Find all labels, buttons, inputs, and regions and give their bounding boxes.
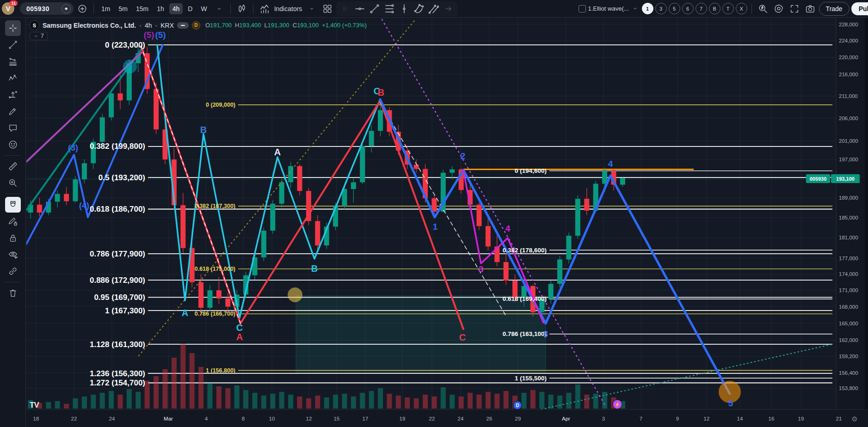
wave-tool-label[interactable]: 1.Elliot wave(... — [588, 5, 628, 12]
text-note-tool-button[interactable] — [5, 120, 21, 136]
pitchfork-tool-button[interactable] — [412, 2, 426, 16]
timeframe-d[interactable]: D — [185, 3, 196, 14]
chart-canvas[interactable]: 0 (223,000)0.382 (199,800)0.5 (193,200)0… — [26, 18, 868, 427]
drawing-mode-lock-button[interactable] — [5, 214, 21, 229]
parallel-channel-tool-button[interactable] — [427, 2, 441, 16]
fullscreen-button[interactable] — [788, 2, 801, 16]
wave-button-t[interactable]: T — [722, 3, 734, 14]
svg-text:(4): (4) — [79, 201, 89, 210]
publish-button[interactable]: Publ — [851, 2, 868, 15]
show-more-tools-button[interactable] — [442, 2, 456, 16]
svg-text:1.236 (156,300): 1.236 (156,300) — [90, 369, 145, 378]
timeframe-15m[interactable]: 15m — [133, 3, 152, 14]
svg-text:3: 3 — [602, 416, 605, 421]
chart-type-button[interactable] — [235, 2, 249, 16]
chart-legend[interactable]: S Samsung Electronics Co., Ltd. · 4h · K… — [30, 20, 367, 30]
timeframe-menu-button[interactable] — [212, 2, 226, 16]
chevron-down-icon — [632, 5, 639, 12]
quick-search-button[interactable] — [756, 2, 770, 16]
svg-text:B: B — [200, 125, 207, 135]
wave-button-1[interactable]: 1 — [642, 3, 653, 14]
timeframe-w[interactable]: W — [197, 3, 210, 14]
timeframe-1m[interactable]: 1m — [98, 3, 113, 14]
drag-handle[interactable] — [338, 2, 352, 16]
gear-icon — [774, 4, 784, 14]
top-toolbar: V 11 005930 ◆ 1m 5m 15m 1h 4h D W Indica… — [0, 0, 868, 18]
horizontal-line-tool-button[interactable] — [353, 2, 367, 16]
symbol-search[interactable]: 005930 ◆ — [20, 2, 74, 15]
svg-text:(5): (5) — [143, 30, 154, 40]
time-axis[interactable]: 182224Mar48101215171922242629Apr37912141… — [26, 409, 868, 427]
svg-text:9: 9 — [676, 416, 679, 421]
svg-text:1: 1 — [433, 222, 438, 232]
wave-button-7[interactable]: 7 — [696, 3, 707, 14]
legend-interval[interactable]: 4h — [145, 22, 152, 29]
symbol-title[interactable]: Samsung Electronics Co., Ltd. — [43, 22, 136, 29]
wave-button-5[interactable]: 5 — [669, 3, 680, 14]
scroll-edge[interactable] — [865, 18, 868, 409]
trade-button[interactable]: Trade — [819, 2, 850, 16]
fib-retracement-tool-button[interactable] — [382, 2, 396, 16]
sync-drawings-button[interactable] — [5, 263, 21, 279]
indicators-button[interactable] — [258, 2, 271, 16]
svg-text:16: 16 — [769, 416, 775, 421]
wave-button-x[interactable]: X — [736, 3, 747, 14]
timeframe-4h[interactable]: 4h — [169, 3, 183, 14]
svg-text:19: 19 — [400, 416, 406, 421]
hide-legend-button[interactable] — [177, 22, 189, 29]
add-symbol-button[interactable] — [75, 2, 89, 16]
svg-text:156,400: 156,400 — [839, 370, 858, 376]
volume-bar — [477, 395, 482, 409]
wave-button-6[interactable]: 6 — [682, 3, 694, 14]
svg-text:165,000: 165,000 — [839, 321, 858, 326]
svg-text:0 (194,600): 0 (194,600) — [515, 167, 547, 174]
lock-all-drawings-button[interactable] — [5, 230, 21, 246]
brush-tool-button[interactable] — [5, 104, 21, 119]
fib-retracement-tool-button-side[interactable] — [5, 54, 21, 69]
wave-tool-checkbox[interactable] — [579, 5, 586, 12]
d-badge[interactable]: D — [192, 21, 200, 30]
chevron-down-icon — [33, 33, 39, 39]
wave-button-b[interactable]: B — [709, 3, 720, 14]
snapshot-button[interactable] — [803, 2, 817, 16]
crosshair-tool-button[interactable] — [5, 20, 21, 36]
volume-bar — [333, 395, 338, 409]
vertical-line-tool-button[interactable] — [397, 2, 411, 16]
volume-bar — [270, 394, 275, 409]
user-avatar[interactable]: V 11 — [2, 2, 14, 15]
remove-all-drawings-button[interactable] — [5, 285, 21, 301]
svg-text:159,200: 159,200 — [839, 354, 858, 359]
lock-icon — [8, 233, 18, 243]
hide-all-drawings-button[interactable] — [5, 247, 21, 262]
indicators-menu-button[interactable] — [305, 2, 319, 16]
magnet-tool-button[interactable] — [5, 197, 21, 213]
price-axis[interactable]: 228,000224,000220,000216,000211,000206,0… — [836, 18, 868, 409]
emoji-tool-button[interactable] — [5, 137, 21, 152]
zoom-in-tool-button[interactable] — [5, 175, 21, 191]
timeframe-5m[interactable]: 5m — [115, 3, 130, 14]
timeframe-1h[interactable]: 1h — [154, 3, 167, 14]
svg-text:B: B — [378, 87, 384, 98]
layout-grid-button[interactable] — [320, 2, 334, 16]
wave-tool-menu-button[interactable] — [631, 2, 640, 16]
svg-text:A: A — [182, 308, 188, 318]
volume-bar — [593, 394, 598, 409]
svg-text:193,100: 193,100 — [836, 176, 855, 182]
wave-button-3[interactable]: 3 — [655, 3, 667, 14]
trend-line-tool-button-side[interactable] — [5, 37, 21, 53]
volume-bar — [396, 396, 401, 409]
volume-bar — [154, 376, 159, 409]
svg-text:211,000: 211,000 — [839, 93, 858, 99]
projection-tool-button[interactable] — [5, 87, 21, 103]
indicators-label[interactable]: Indicators — [274, 5, 302, 12]
settings-button[interactable] — [772, 2, 786, 16]
ruler-tool-button[interactable] — [5, 159, 21, 174]
tradingview-logo[interactable]: TV — [30, 401, 39, 409]
search-lightning-icon — [758, 4, 768, 14]
volume-bar — [55, 401, 60, 409]
collapse-indicators-button[interactable]: 7 — [30, 32, 48, 40]
volume-bar — [423, 395, 428, 409]
trend-line-tool-button[interactable] — [368, 2, 382, 16]
link-icon — [8, 266, 18, 276]
elliott-wave-tool-button[interactable] — [5, 70, 21, 86]
